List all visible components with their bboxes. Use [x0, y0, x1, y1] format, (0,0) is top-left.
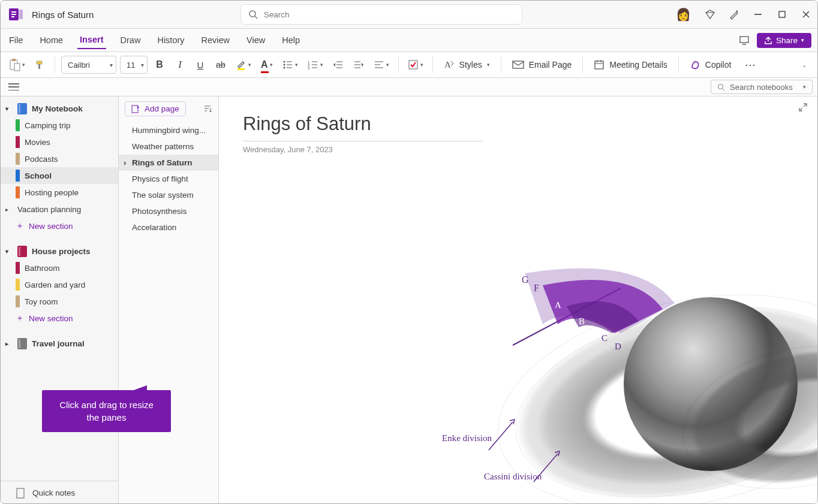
close-button[interactable]: [801, 9, 811, 20]
section-bathroom[interactable]: Bathroom: [1, 259, 118, 276]
present-icon[interactable]: [739, 35, 750, 46]
notebook-icon: [17, 246, 27, 257]
svg-rect-18: [237, 68, 245, 70]
toolbar-overflow-button[interactable]: ⋯: [742, 56, 760, 74]
ribbon-toggle-button[interactable]: ⌄: [796, 56, 813, 74]
sort-pages-button[interactable]: [203, 104, 212, 114]
plus-icon: ＋: [16, 221, 24, 231]
menu-home[interactable]: Home: [37, 32, 65, 49]
note-title[interactable]: Rings of Saturn: [243, 113, 483, 141]
title-bar: Rings of Saturn Search 👩: [1, 1, 817, 29]
highlight-button[interactable]: [233, 56, 254, 74]
chevron-right-icon: ▸: [5, 206, 13, 213]
svg-text:3: 3: [308, 67, 310, 70]
italic-button[interactable]: I: [172, 56, 188, 74]
page-the-solar-system[interactable]: The solar system: [119, 187, 218, 203]
minimize-button[interactable]: [753, 9, 763, 20]
chevron-down-icon: ▾: [5, 248, 13, 255]
section-color-tab: [16, 153, 20, 165]
font-name-select[interactable]: Cailbri: [61, 56, 116, 74]
user-avatar[interactable]: 👩: [675, 6, 691, 23]
notebook-travel-journal[interactable]: ▸ Travel journal: [1, 335, 118, 352]
menu-review[interactable]: Review: [199, 32, 233, 49]
section-podcasts[interactable]: Podcasts: [1, 150, 118, 167]
quick-notes-button[interactable]: Quick notes: [1, 481, 118, 504]
format-painter-button[interactable]: [32, 56, 49, 74]
section-hosting-people[interactable]: Hosting people: [1, 184, 118, 201]
section-color-tab: [16, 119, 20, 131]
section-garden-and-yard[interactable]: Garden and yard: [1, 276, 118, 293]
paste-button[interactable]: [5, 56, 28, 74]
section-vacation-planning[interactable]: ▸Vacation planning: [1, 201, 118, 218]
svg-line-62: [489, 422, 513, 450]
styles-button[interactable]: A Styles▾: [439, 59, 495, 70]
diamond-icon[interactable]: [705, 9, 715, 20]
plus-icon: ＋: [16, 313, 24, 324]
copilot-icon: [690, 59, 700, 70]
svg-rect-16: [14, 64, 20, 71]
underline-button[interactable]: U: [192, 56, 209, 74]
strikethrough-button[interactable]: ab: [212, 56, 229, 74]
page-photosynthesis[interactable]: Photosynthesis: [119, 203, 218, 219]
page-hummingbird[interactable]: Hummingbird wing...: [119, 122, 218, 138]
menu-bar: File Home Insert Draw History Review Vie…: [1, 29, 817, 52]
search-icon: [717, 83, 725, 91]
menu-insert[interactable]: Insert: [77, 31, 106, 49]
menu-history[interactable]: History: [155, 32, 187, 49]
note-canvas[interactable]: Rings of Saturn Wednesday, June 7, 2023 …: [219, 96, 817, 504]
numbered-list-button[interactable]: 123: [305, 56, 326, 74]
app-icon: [9, 7, 23, 22]
page-accelaration[interactable]: Accelaration: [119, 219, 218, 236]
svg-text:A: A: [444, 60, 451, 70]
calendar-icon: [594, 59, 605, 70]
page-weather-patterns[interactable]: Weather patterns: [119, 138, 218, 155]
bold-button[interactable]: B: [151, 56, 168, 74]
notebook-icon: [17, 338, 27, 349]
share-button[interactable]: Share ▾: [757, 33, 811, 48]
indent-button[interactable]: [350, 56, 367, 74]
bullet-list-button[interactable]: [279, 56, 301, 74]
menu-file[interactable]: File: [7, 32, 25, 49]
section-school[interactable]: School: [1, 167, 118, 184]
notebook-my-notebook[interactable]: ▾ My Notebook: [1, 100, 118, 117]
share-label: Share: [776, 36, 798, 45]
svg-text:A: A: [555, 300, 561, 310]
outdent-button[interactable]: [330, 56, 347, 74]
add-page-icon: [131, 105, 140, 113]
envelope-icon: [512, 60, 524, 70]
meeting-details-button[interactable]: Meeting Details: [589, 59, 672, 70]
new-section-button[interactable]: ＋New section: [1, 218, 118, 234]
section-camping-trip[interactable]: Camping trip: [1, 117, 118, 134]
menu-help[interactable]: Help: [279, 32, 302, 49]
search-input[interactable]: Search: [240, 4, 522, 25]
page-physics-of-flight[interactable]: Physics of flight: [119, 171, 218, 187]
notebook-search-input[interactable]: Search notebooks ▾: [711, 80, 813, 94]
section-color-tab: [16, 136, 20, 148]
svg-rect-49: [17, 488, 24, 498]
maximize-button[interactable]: [777, 9, 787, 20]
align-button[interactable]: [371, 56, 392, 74]
navigation-subbar: Search notebooks ▾: [1, 78, 817, 96]
section-toy-room[interactable]: Toy room: [1, 293, 118, 310]
nav-toggle-button[interactable]: [5, 78, 22, 96]
ring-labels-arc: G F A B C D: [507, 267, 699, 375]
svg-rect-43: [595, 61, 603, 69]
email-page-button[interactable]: Email Page: [507, 60, 577, 70]
svg-rect-2: [11, 14, 16, 15]
section-color-tab: [16, 295, 20, 307]
todo-tag-button[interactable]: [405, 56, 426, 74]
font-color-button[interactable]: A: [258, 56, 276, 74]
menu-draw[interactable]: Draw: [118, 32, 143, 49]
section-movies[interactable]: Movies: [1, 134, 118, 150]
add-page-button[interactable]: Add page: [125, 101, 186, 116]
notebook-house-projects[interactable]: ▾ House projects: [1, 243, 118, 259]
pen-sparkle-icon[interactable]: [729, 9, 739, 20]
page-rings-of-saturn[interactable]: Rings of Saturn: [119, 155, 218, 171]
new-section-button[interactable]: ＋New section: [1, 310, 118, 327]
copilot-button[interactable]: Copilot: [685, 59, 736, 70]
svg-rect-4: [19, 10, 23, 19]
section-color-tab: [16, 262, 20, 274]
menu-view[interactable]: View: [244, 32, 267, 49]
font-size-select[interactable]: 11: [120, 56, 148, 74]
expand-button[interactable]: [798, 102, 808, 112]
